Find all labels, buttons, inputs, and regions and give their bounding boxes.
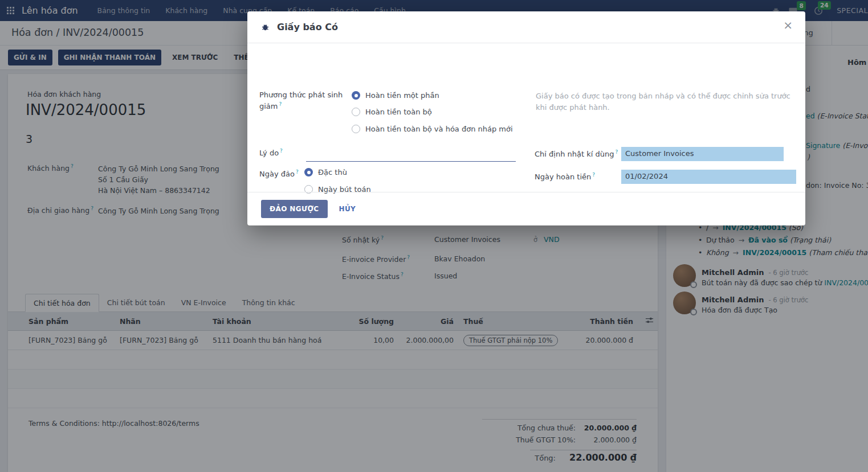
cancel-button[interactable]: HỦY xyxy=(339,205,356,213)
refund-method-option-full[interactable]: Hoàn tiền toàn bộ xyxy=(352,108,432,116)
help-hint: ? xyxy=(592,172,595,178)
refund-date-field[interactable]: 01/02/2024 xyxy=(621,170,796,184)
odoo-screen: Lên hóa đơn Bảng thông tin Khách hàng Nh… xyxy=(0,0,868,472)
modal-title: Giấy báo Có xyxy=(277,22,338,32)
help-hint: ? xyxy=(279,101,282,107)
refund-method-option-partial[interactable]: Hoàn tiền một phần xyxy=(352,91,439,100)
reason-label: Lý do? xyxy=(259,147,283,159)
credit-note-modal: Giấy báo Có × Phương thức phát sinh giảm… xyxy=(247,11,805,225)
reversal-date-option-specific[interactable]: Đặc thù xyxy=(304,168,347,177)
bug-icon xyxy=(261,23,270,31)
modal-body: Phương thức phát sinh giảm? Hoàn tiền mộ… xyxy=(247,43,805,192)
refund-date-label: Ngày hoàn tiền? xyxy=(535,171,595,183)
radio-checked-icon[interactable] xyxy=(304,168,313,177)
close-icon[interactable]: × xyxy=(783,19,793,31)
help-hint: ? xyxy=(296,169,299,175)
use-journal-label: Chỉ định nhật kí dùng? xyxy=(535,149,618,160)
radio-icon[interactable] xyxy=(352,125,360,133)
use-journal-field[interactable]: Customer Invoices xyxy=(621,147,784,161)
refund-method-label: Phương thức phát sinh giảm? xyxy=(259,90,349,112)
reason-input[interactable] xyxy=(306,149,516,162)
help-hint: ? xyxy=(615,149,618,155)
credit-note-help-text: Giấy báo có được tạo trong bản nháp và c… xyxy=(536,91,798,113)
radio-icon[interactable] xyxy=(352,108,360,116)
radio-checked-icon[interactable] xyxy=(352,91,360,100)
refund-method-option-full-new-draft[interactable]: Hoàn tiền toàn bộ và hóa đơn nháp mới xyxy=(352,125,513,133)
modal-header: Giấy báo Có × xyxy=(247,11,805,43)
modal-footer: ĐẢO NGƯỢC HỦY xyxy=(247,192,805,225)
reversal-date-label: Ngày đảo? xyxy=(259,169,299,180)
help-hint: ? xyxy=(280,148,283,154)
reverse-button[interactable]: ĐẢO NGƯỢC xyxy=(261,200,328,218)
